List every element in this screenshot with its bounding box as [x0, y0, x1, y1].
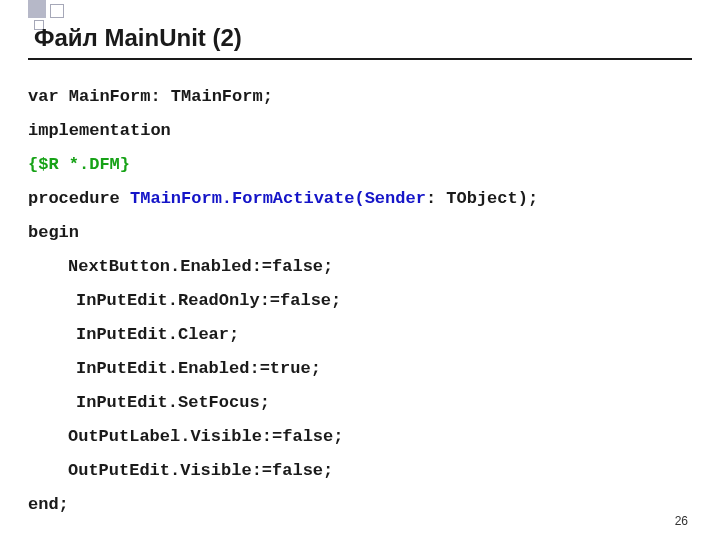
code-line: InPutEdit.Enabled:=true; — [28, 352, 692, 386]
code-line: procedure TMainForm.FormActivate(Sender:… — [28, 182, 692, 216]
code-line: end; — [28, 488, 692, 522]
title-container: Файл MainUnit (2) — [28, 24, 692, 60]
code-line: InPutEdit.SetFocus; — [28, 386, 692, 420]
code-params: : TObject); — [426, 189, 538, 208]
decor-square-filled — [28, 0, 46, 18]
code-line: NextButton.Enabled:=false; — [28, 250, 692, 284]
code-line: InPutEdit.Clear; — [28, 318, 692, 352]
code-line: implementation — [28, 114, 692, 148]
code-line: OutPutLabel.Visible:=false; — [28, 420, 692, 454]
code-block: var MainForm: TMainForm; implementation … — [28, 80, 692, 522]
code-line: begin — [28, 216, 692, 250]
decor-square-outline — [50, 4, 64, 18]
code-line: var MainForm: TMainForm; — [28, 80, 692, 114]
page-number: 26 — [675, 514, 688, 528]
code-line: OutPutEdit.Visible:=false; — [28, 454, 692, 488]
code-line-directive: {$R *.DFM} — [28, 148, 692, 182]
code-line: InPutEdit.ReadOnly:=false; — [28, 284, 692, 318]
code-procedure-name: TMainForm.FormActivate(Sender — [130, 189, 426, 208]
slide-title: Файл MainUnit (2) — [34, 24, 692, 52]
code-keyword: procedure — [28, 189, 130, 208]
